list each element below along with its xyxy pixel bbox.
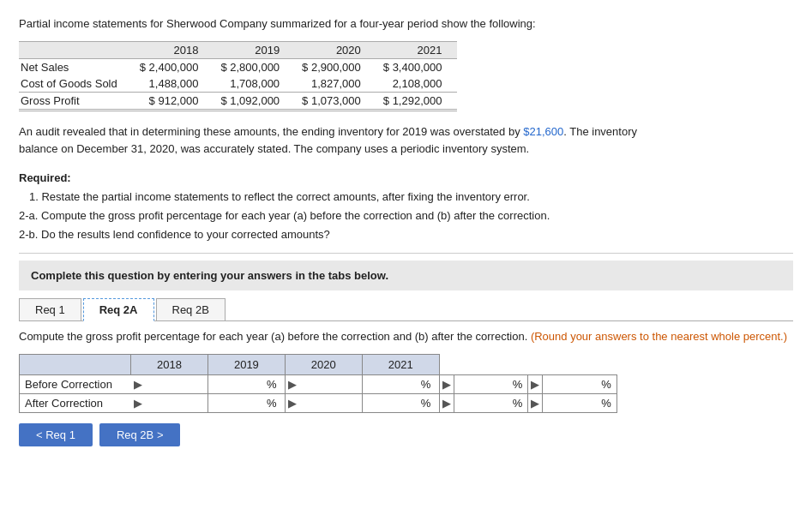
gross-profit-2019: $ 1,092,000 xyxy=(214,92,295,110)
next-button[interactable]: Req 2B > xyxy=(99,423,181,446)
req-item2b: 2-b. Do the results lend confidence to y… xyxy=(19,225,793,244)
data-header-2021: 2021 xyxy=(362,354,439,374)
req-instruction-note: (Round your answers to the nearest whole… xyxy=(531,330,787,343)
tab-req2a[interactable]: Req 2A xyxy=(83,298,154,321)
cogs-label: Cost of Goods Sold xyxy=(19,75,133,93)
before-2019-input[interactable] xyxy=(368,378,419,391)
cogs-2018: 1,488,000 xyxy=(133,75,214,93)
after-2020-pct: % xyxy=(513,397,523,410)
before-2020-input[interactable] xyxy=(460,378,511,391)
required-section: Required: 1. Restate the partial income … xyxy=(19,169,793,244)
gross-profit-2020: $ 1,073,000 xyxy=(295,92,376,110)
before-correction-input-2018[interactable]: % xyxy=(208,374,285,393)
col-header-2021: 2021 xyxy=(376,41,458,58)
audit-text: An audit revealed that in determining th… xyxy=(19,123,793,159)
after-2020-input[interactable] xyxy=(460,397,511,410)
after-correction-label: After Correction xyxy=(20,393,131,412)
after-2018-pct: % xyxy=(267,397,277,410)
req-item1: 1. Restate the partial income statements… xyxy=(29,188,793,207)
data-header-2019: 2019 xyxy=(208,354,285,374)
intro-text: Partial income statements for Sherwood C… xyxy=(19,15,793,33)
before-correction-row: Before Correction ▶ % ▶ % ▶ % xyxy=(20,374,617,393)
after-correction-arrow-2020: ▶ xyxy=(439,393,454,412)
before-correction-cell-2020[interactable]: % xyxy=(454,374,528,393)
after-correction-arrow-2021: ▶ xyxy=(528,393,543,412)
data-header-2020: 2020 xyxy=(285,354,362,374)
audit-line2: balance on December 31, 2020, was accura… xyxy=(19,142,529,155)
before-correction-label: Before Correction xyxy=(20,374,131,393)
gross-profit-2018: $ 912,000 xyxy=(133,92,214,110)
audit-highlight: $21,600 xyxy=(523,125,563,138)
before-2019-pct: % xyxy=(421,378,431,391)
req-instruction-main: Compute the gross profit percentage for … xyxy=(19,330,527,343)
before-correction-arrow-2020: ▶ xyxy=(439,374,454,393)
after-correction-cell-2018[interactable]: % xyxy=(208,393,285,412)
cogs-2021: 2,108,000 xyxy=(376,75,458,93)
net-sales-2019: $ 2,800,000 xyxy=(214,58,295,75)
after-2019-input[interactable] xyxy=(368,397,419,410)
audit-line1b: . The inventory xyxy=(563,125,637,138)
net-sales-label: Net Sales xyxy=(19,58,133,75)
before-2021-input[interactable] xyxy=(548,378,599,391)
gross-profit-2021: $ 1,292,000 xyxy=(376,92,458,110)
question-box-text: Complete this question by entering your … xyxy=(31,269,388,282)
cogs-2020: 1,827,000 xyxy=(295,75,376,93)
net-sales-2020: $ 2,900,000 xyxy=(295,58,376,75)
after-2019-pct: % xyxy=(421,397,431,410)
cogs-2019: 1,708,000 xyxy=(214,75,295,93)
req-item2a: 2-a. Compute the gross profit percentage… xyxy=(19,207,793,225)
after-correction-cell-2019[interactable]: % xyxy=(362,393,439,412)
after-2018-input[interactable] xyxy=(214,397,265,410)
after-2021-input[interactable] xyxy=(548,397,599,410)
before-correction-cell-2021[interactable]: % xyxy=(543,374,617,393)
tabs-row: Req 1 Req 2A Req 2B xyxy=(19,297,793,321)
before-2021-pct: % xyxy=(601,378,611,391)
tab-req1[interactable]: Req 1 xyxy=(19,298,81,321)
divider xyxy=(19,253,793,254)
after-2021-pct: % xyxy=(601,397,611,410)
req-instruction: Compute the gross profit percentage for … xyxy=(19,328,793,345)
required-title: Required: xyxy=(19,171,71,184)
before-2020-pct: % xyxy=(513,378,523,391)
after-correction-row: After Correction ▶ % ▶ % ▶ % xyxy=(20,393,617,412)
col-header-2018: 2018 xyxy=(133,41,214,58)
after-correction-cell-2021[interactable]: % xyxy=(543,393,617,412)
question-box: Complete this question by entering your … xyxy=(19,261,793,290)
before-2018-pct: % xyxy=(267,378,277,391)
gross-profit-label: Gross Profit xyxy=(19,92,133,110)
data-header-2018: 2018 xyxy=(131,354,208,374)
before-correction-cell-2019[interactable]: % xyxy=(362,374,439,393)
after-correction-arrow-2019: ▶ xyxy=(285,393,362,412)
data-header-empty xyxy=(20,354,131,374)
before-2018-input[interactable] xyxy=(214,378,265,391)
data-table: 2018 2019 2020 2021 Before Correction ▶ … xyxy=(19,354,617,413)
audit-line1: An audit revealed that in determining th… xyxy=(19,125,523,138)
tab-req2b[interactable]: Req 2B xyxy=(156,298,226,321)
after-correction-cell-2020[interactable]: % xyxy=(454,393,528,412)
before-correction-arrow-2019: ▶ xyxy=(285,374,362,393)
net-sales-2018: $ 2,400,000 xyxy=(133,58,214,75)
before-correction-arrow-2018: ▶ xyxy=(131,374,208,393)
col-header-2019: 2019 xyxy=(214,41,295,58)
bottom-buttons: < Req 1 Req 2B > xyxy=(19,423,793,446)
before-correction-arrow-2021: ▶ xyxy=(528,374,543,393)
after-correction-arrow-2018: ▶ xyxy=(131,393,208,412)
income-table: 2018 2019 2020 2021 Net Sales $ 2,400,00… xyxy=(19,41,457,111)
net-sales-2021: $ 3,400,000 xyxy=(376,58,458,75)
prev-button[interactable]: < Req 1 xyxy=(19,423,93,446)
col-header-2020: 2020 xyxy=(295,41,376,58)
